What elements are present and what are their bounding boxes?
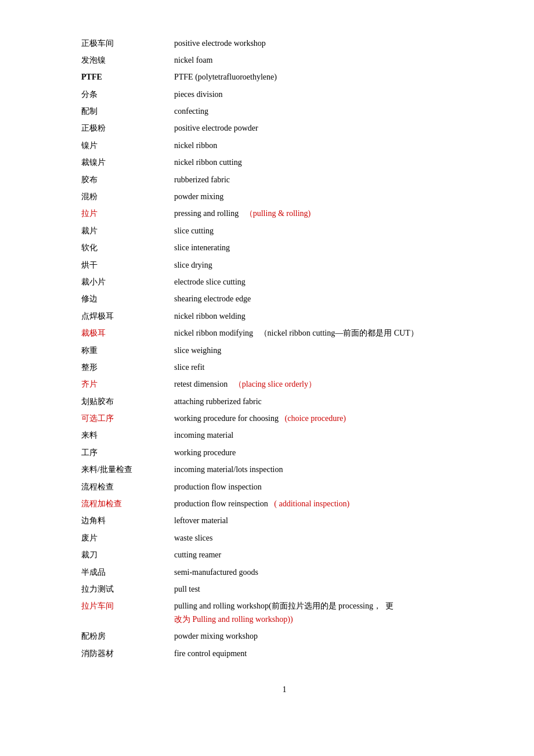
glossary-row: 齐片retest dimension （placing slice orderl… [81, 376, 488, 393]
english-term: semi-manufactured goods [174, 564, 488, 581]
chinese-term: 裁片 [81, 222, 174, 239]
english-term: cutting reamer [174, 547, 488, 564]
chinese-term: 软化 [81, 240, 174, 257]
english-term: positive electrode workshop [174, 35, 488, 52]
glossary-row: 混粉powder mixing [81, 189, 488, 206]
english-term: nickel foam [174, 52, 488, 69]
glossary-row: 废片waste slices [81, 530, 488, 546]
glossary-row: 消防器材fire control equipment [81, 645, 488, 662]
chinese-term: 来料 [81, 427, 174, 444]
english-term: production flow reinspection ( additiona… [174, 496, 488, 513]
chinese-term: 工序 [81, 444, 174, 461]
english-term: pressing and rolling （pulling & rolling) [174, 206, 488, 222]
glossary-row: PTFEPTFE (polytetrafluoroethylene) [81, 69, 488, 86]
glossary-row: 裁刀cutting reamer [81, 547, 488, 564]
glossary-row: 半成品semi-manufactured goods [81, 564, 488, 581]
english-term: leftover material [174, 513, 488, 530]
chinese-term: 分条 [81, 86, 174, 103]
page-number: 1 [81, 685, 488, 694]
english-term: incoming material [174, 427, 488, 444]
chinese-term: 裁小片 [81, 273, 174, 290]
chinese-term: 拉力测试 [81, 581, 174, 598]
english-term: slice intenerating [174, 240, 488, 257]
chinese-term: 修边 [81, 291, 174, 308]
english-term: nickel ribbon modifying （nickel ribbon c… [174, 325, 488, 342]
english-term: shearing electrode edge [174, 291, 488, 308]
chinese-term: 整形 [81, 359, 174, 376]
glossary-row: 划贴胶布attaching rubberized fabric [81, 393, 488, 410]
english-term: working procedure for choosing (choice p… [174, 411, 488, 427]
chinese-term: 裁刀 [81, 547, 174, 564]
chinese-term: 流程加检查 [81, 496, 174, 513]
english-term: nickel ribbon welding [174, 308, 488, 325]
chinese-term: 划贴胶布 [81, 393, 174, 410]
english-term: slice drying [174, 257, 488, 273]
chinese-term: 正极车间 [81, 35, 174, 52]
glossary-row: 拉力测试pull test [81, 581, 488, 598]
glossary-row: 流程检查production flow inspection [81, 478, 488, 495]
glossary-row: 点焊极耳nickel ribbon welding [81, 308, 488, 325]
chinese-term: PTFE [81, 69, 174, 86]
english-term: PTFE (polytetrafluoroethylene) [174, 69, 488, 86]
chinese-term: 裁镍片 [81, 154, 174, 171]
glossary-row: 裁小片electrode slice cutting [81, 273, 488, 290]
english-term: rubberized fabric [174, 171, 488, 188]
glossary-row: 拉片车间pulling and rolling workshop(前面拉片选用的… [81, 598, 488, 628]
english-term: slice cutting [174, 222, 488, 239]
chinese-term: 混粉 [81, 189, 174, 206]
english-term: slice refit [174, 359, 488, 376]
english-term: production flow inspection [174, 478, 488, 495]
glossary-row: 工序working procedure [81, 444, 488, 461]
glossary-row: 胶布rubberized fabric [81, 171, 488, 188]
chinese-term: 消防器材 [81, 645, 174, 662]
glossary-row: 软化slice intenerating [81, 240, 488, 257]
english-term: nickel ribbon cutting [174, 154, 488, 171]
glossary-row: 可选工序working procedure for choosing (choi… [81, 411, 488, 427]
glossary-row: 边角料leftover material [81, 513, 488, 530]
english-term: confecting [174, 103, 488, 120]
glossary-row: 整形slice refit [81, 359, 488, 376]
english-term: incoming material/lots inspection [174, 462, 488, 478]
chinese-term: 齐片 [81, 376, 174, 393]
chinese-term: 烘干 [81, 257, 174, 273]
glossary-row: 拉片pressing and rolling （pulling & rollin… [81, 206, 488, 222]
glossary-row: 流程加检查production flow reinspection ( addi… [81, 496, 488, 513]
glossary-row: 正极粉positive electrode powder [81, 120, 488, 137]
chinese-term: 发泡镍 [81, 52, 174, 69]
chinese-term: 来料/批量检查 [81, 462, 174, 478]
glossary-row: 裁片slice cutting [81, 222, 488, 239]
glossary-row: 镍片nickel ribbon [81, 137, 488, 154]
glossary-row: 配粉房powder mixing workshop [81, 628, 488, 645]
glossary-table: 正极车间positive electrode workshop发泡镍nickel… [81, 35, 488, 662]
english-term: powder mixing workshop [174, 628, 488, 645]
glossary-row: 烘干slice drying [81, 257, 488, 273]
english-term: waste slices [174, 530, 488, 546]
chinese-term: 称重 [81, 342, 174, 359]
chinese-term: 拉片 [81, 206, 174, 222]
english-term: attaching rubberized fabric [174, 393, 488, 410]
glossary-row: 配制confecting [81, 103, 488, 120]
chinese-term: 正极粉 [81, 120, 174, 137]
chinese-term: 镍片 [81, 137, 174, 154]
chinese-term: 边角料 [81, 513, 174, 530]
glossary-row: 正极车间positive electrode workshop [81, 35, 488, 52]
english-term: positive electrode powder [174, 120, 488, 137]
glossary-row: 修边shearing electrode edge [81, 291, 488, 308]
english-term: pieces division [174, 86, 488, 103]
glossary-row: 发泡镍nickel foam [81, 52, 488, 69]
chinese-term: 半成品 [81, 564, 174, 581]
english-term: fire control equipment [174, 645, 488, 662]
chinese-term: 可选工序 [81, 411, 174, 427]
chinese-term: 裁极耳 [81, 325, 174, 342]
english-term: pull test [174, 581, 488, 598]
chinese-term: 拉片车间 [81, 598, 174, 628]
english-term: electrode slice cutting [174, 273, 488, 290]
english-term: powder mixing [174, 189, 488, 206]
glossary-row: 分条pieces division [81, 86, 488, 103]
english-term: slice weighing [174, 342, 488, 359]
english-term: retest dimension （placing slice orderly） [174, 376, 488, 393]
chinese-term: 流程检查 [81, 478, 174, 495]
chinese-term: 点焊极耳 [81, 308, 174, 325]
glossary-row: 来料incoming material [81, 427, 488, 444]
glossary-row: 称重slice weighing [81, 342, 488, 359]
